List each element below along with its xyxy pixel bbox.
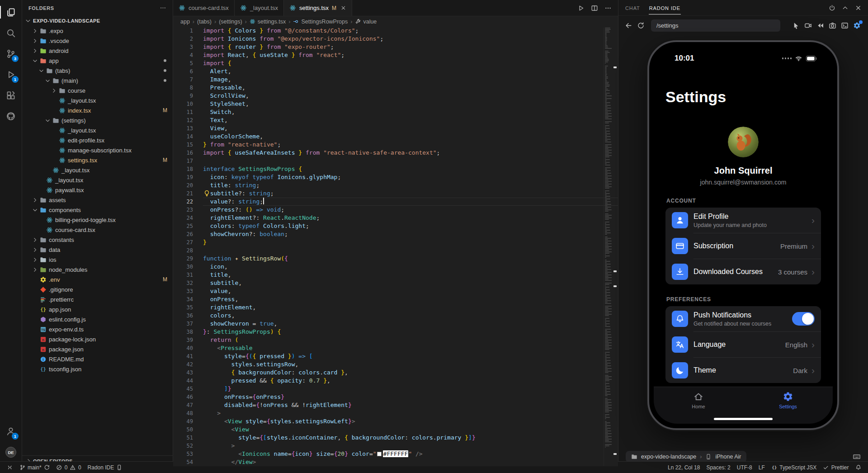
file-.env[interactable]: .envM	[22, 274, 173, 284]
file-manage-subscription.tsx[interactable]: manage-subscription.tsx	[22, 145, 173, 155]
breadcrumb-item[interactable]: (tabs)	[197, 19, 212, 25]
tab-radon-ide[interactable]: RADON IDE	[649, 1, 681, 14]
device-screen[interactable]: 10:01 Settings	[654, 47, 833, 424]
radon-settings-button[interactable]	[853, 22, 861, 29]
breadcrumb-item[interactable]: value	[355, 19, 377, 25]
reload-icon[interactable]	[637, 22, 645, 29]
file-_layout.tsx[interactable]: _layout.tsx	[22, 95, 173, 105]
folder-(main)[interactable]: (main)	[22, 76, 173, 85]
tab-chat[interactable]: CHAT	[625, 1, 641, 14]
file-README.md[interactable]: iREADME.md	[22, 354, 173, 364]
activity-source-control[interactable]: 3	[0, 43, 22, 64]
settings-row-push-notifications[interactable]: Push NotificationsGet notified about new…	[665, 306, 821, 331]
folder-course[interactable]: course	[22, 85, 173, 95]
file-label: _layout.tsx	[61, 167, 90, 174]
breadcrumb-item[interactable]: SettingsRowProps	[293, 19, 348, 25]
git-branch[interactable]: main*	[16, 462, 53, 473]
formatter[interactable]: Prettier	[820, 462, 852, 473]
split-editor-icon[interactable]	[591, 5, 598, 12]
record-screen-icon[interactable]	[804, 22, 812, 29]
breadcrumb-item[interactable]: app	[180, 19, 190, 25]
folder-components[interactable]: components	[22, 205, 173, 215]
activity-run-debug[interactable]: 1	[0, 64, 22, 85]
encoding[interactable]: UTF-8	[734, 462, 755, 473]
tab-_layout.tsx[interactable]: _layout.tsx	[235, 0, 284, 16]
folder-(tabs)[interactable]: (tabs)	[22, 66, 173, 76]
activity-accounts[interactable]: 1	[0, 421, 22, 442]
indentation[interactable]: Spaces: 2	[703, 462, 733, 473]
file-billing-period-toggle.tsx[interactable]: billing-period-toggle.tsx	[22, 215, 173, 225]
folder-assets[interactable]: assets	[22, 195, 173, 205]
folder-(settings)[interactable]: (settings)	[22, 115, 173, 125]
tab-settings.tsx[interactable]: settings.tsxM	[284, 0, 352, 16]
folder-ios[interactable]: ios	[22, 255, 173, 265]
file-_layout.tsx[interactable]: _layout.tsx	[22, 175, 173, 185]
push-notifications-toggle[interactable]	[792, 312, 815, 326]
activity-search[interactable]	[0, 23, 22, 43]
power-icon[interactable]	[829, 5, 835, 11]
tree-root-folder[interactable]: EXPO-VIDEO-LANDSCAPE	[22, 16, 173, 26]
file-package-lock.json[interactable]: npackage-lock.json	[22, 334, 173, 344]
activity-extensions[interactable]	[0, 85, 22, 106]
replay-icon[interactable]	[816, 22, 824, 29]
file-index.tsx[interactable]: index.tsxM	[22, 105, 173, 115]
url-bar[interactable]: /settings	[651, 19, 780, 32]
more-actions-icon[interactable]	[160, 5, 166, 11]
run-icon[interactable]	[577, 5, 585, 12]
file-_layout.tsx[interactable]: _layout.tsx	[22, 165, 173, 175]
eol-selector[interactable]: LF	[755, 462, 768, 473]
file-eslint.config.js[interactable]: eslint.config.js	[22, 314, 173, 324]
lightbulb-icon[interactable]	[203, 190, 210, 197]
file-app.json[interactable]: {}app.json	[22, 304, 173, 314]
tab-course-card.tsx[interactable]: course-card.tsx	[173, 0, 235, 16]
file-edit-profile.tsx[interactable]: edit-profile.tsx	[22, 135, 173, 145]
keyboard-icon[interactable]	[853, 453, 861, 461]
close-panel-icon[interactable]	[855, 5, 862, 11]
file-paywall.tsx[interactable]: paywall.tsx	[22, 185, 173, 195]
file-course-card.tsx[interactable]: course-card.tsx	[22, 225, 173, 235]
folder-.expo[interactable]: .expo	[22, 26, 173, 36]
back-icon[interactable]	[625, 22, 632, 29]
folder-app[interactable]: app	[22, 56, 173, 66]
close-tab-icon[interactable]	[340, 5, 346, 11]
settings-row-edit-profile[interactable]: Edit ProfileUpdate your name and photo›	[665, 208, 821, 233]
home-indicator[interactable]	[714, 418, 773, 420]
avatar-squirrel-photo[interactable]	[728, 127, 759, 157]
folder-node_modules[interactable]: node_modules	[22, 265, 173, 274]
folder-data[interactable]: data	[22, 245, 173, 255]
cursor-position[interactable]: Ln 22, Col 18	[665, 462, 703, 473]
activity-profile[interactable]: DE	[0, 442, 22, 463]
file-expo-env.d.ts[interactable]: TSexpo-env.d.ts	[22, 324, 173, 334]
inspect-icon[interactable]	[792, 22, 800, 29]
minimap[interactable]	[604, 28, 612, 466]
problems[interactable]: 0 0	[53, 462, 84, 473]
file-tsconfig.json[interactable]: {}tsconfig.json	[22, 364, 173, 374]
folder-android[interactable]: android	[22, 46, 173, 56]
maximize-panel-icon[interactable]	[842, 5, 849, 11]
settings-row-subscription[interactable]: SubscriptionPremium›	[665, 233, 821, 259]
settings-row-theme[interactable]: ThemeDark›	[665, 358, 821, 383]
activity-explorer[interactable]	[0, 2, 22, 23]
radon-ide-status[interactable]: Radon IDE	[85, 462, 126, 473]
settings-row-language[interactable]: LanguageEnglish›	[665, 332, 821, 357]
breadcrumb-item[interactable]: settings.tsx	[250, 19, 286, 25]
folder-constants[interactable]: constants	[22, 235, 173, 245]
folder-.vscode[interactable]: .vscode	[22, 36, 173, 46]
logs-icon[interactable]	[841, 22, 849, 29]
code-content[interactable]: import { Colors } from "@/constants/Colo…	[203, 27, 618, 466]
more-actions-icon[interactable]	[604, 5, 612, 12]
screenshot-icon[interactable]	[829, 22, 836, 29]
file-.gitignore[interactable]: .gitignore	[22, 284, 173, 294]
code-editor[interactable]: 1234567891011121314151617181920212223242…	[173, 27, 618, 466]
settings-row-downloaded-courses[interactable]: Downloaded Courses3 courses›	[665, 259, 821, 284]
activity-github[interactable]	[0, 106, 22, 127]
remote-indicator[interactable]	[4, 462, 16, 473]
file-_layout.tsx[interactable]: _layout.tsx	[22, 125, 173, 135]
breadcrumb-item[interactable]: (settings)	[219, 19, 242, 25]
scrollbar-overview-ruler[interactable]	[612, 27, 618, 466]
notifications-bell[interactable]	[852, 462, 865, 473]
file-package.json[interactable]: npackage.json	[22, 344, 173, 354]
file-.prettierrc[interactable]: .prettierrc	[22, 294, 173, 304]
language-mode[interactable]: {} TypeScript JSX	[768, 462, 820, 473]
file-settings.tsx[interactable]: settings.tsxM	[22, 155, 173, 165]
